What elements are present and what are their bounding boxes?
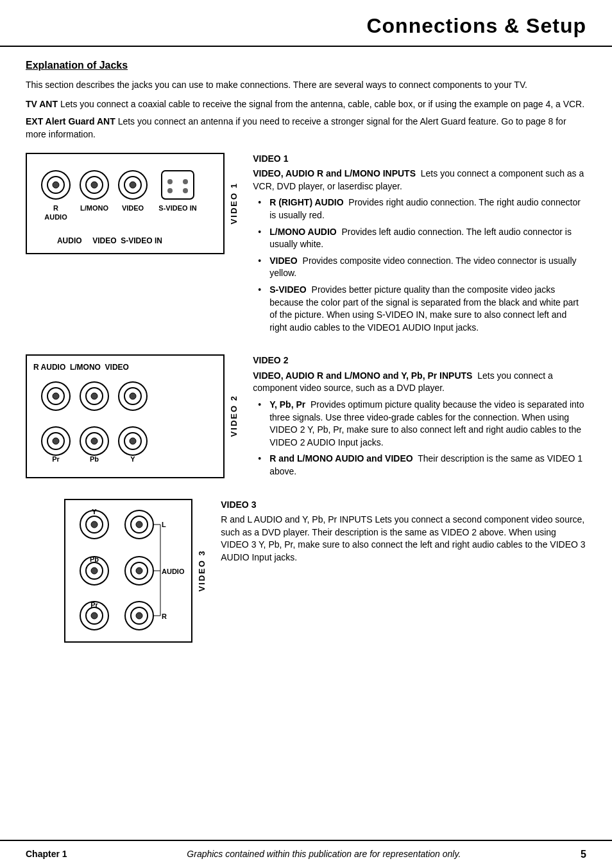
video1-b4-label: S-VIDEO: [269, 284, 307, 295]
svg-point-52: [91, 612, 98, 619]
video2-bullet-2: R and L/MONO AUDIO and VIDEO Their descr…: [258, 453, 586, 478]
video2-top-label: R AUDIO L/MONO VIDEO: [33, 362, 217, 373]
video1-vertical-label: VIDEO 1: [227, 153, 241, 254]
video1-heading: VIDEO 1: [253, 153, 586, 166]
svg-point-26: [53, 438, 59, 444]
section-title: Explanation of Jacks: [26, 58, 586, 73]
video1-bullet-2: L/MONO AUDIO Provides left audio connect…: [258, 226, 586, 251]
video1-section: R L/MONO VIDEO S-VIDEO IN AUDIO AUDIO VI…: [26, 153, 586, 340]
ext-alert-label: EXT Alert Guard ANT: [26, 116, 115, 126]
video1-bullet-4: S-VIDEO Provides better picture quality …: [258, 284, 586, 334]
svg-point-2: [53, 182, 59, 188]
video1-subheading: VIDEO, AUDIO R and L/MONO INPUTS Lets yo…: [253, 168, 586, 193]
video3-diagram: Y Pb: [64, 499, 192, 643]
page-header: Connections & Setup: [0, 0, 612, 47]
svg-text:R: R: [162, 612, 167, 620]
svg-text:L: L: [162, 521, 166, 528]
video3-text: VIDEO 3 R and L AUDIO and Y, Pb, Pr INPU…: [209, 499, 586, 564]
tv-ant-text: Lets you connect a coaxial cable to rece…: [60, 99, 584, 109]
svg-point-5: [91, 182, 98, 188]
video1-subheading-label: VIDEO, AUDIO R and L/MONO INPUTS: [253, 168, 416, 178]
video3-heading: VIDEO 3: [221, 499, 586, 512]
page-footer: Chapter 1 Graphics contained within this…: [0, 840, 612, 868]
video2-subheading-label: VIDEO, AUDIO R and L/MONO and Y, Pb, Pr …: [253, 370, 472, 381]
video1-bottom-label: AUDIO VIDEO S-VIDEO IN: [33, 236, 217, 247]
video1-b2-label: L/MONO AUDIO: [269, 227, 336, 237]
video2-vertical-label: VIDEO 2: [227, 354, 241, 478]
page-title: Connections & Setup: [26, 12, 586, 40]
intro-text: This section describes the jacks you can…: [26, 79, 586, 92]
video2-bullet-1: Y, Pb, Pr Provides optimum picture quali…: [258, 399, 586, 449]
video1-lmono-label: L/MONO: [80, 204, 108, 212]
svg-point-11: [183, 179, 188, 184]
video1-bullet-3: VIDEO Provides composite video connectio…: [258, 255, 586, 280]
svg-text:Y: Y: [92, 508, 97, 516]
svg-rect-9: [162, 171, 194, 199]
video1-video-label: VIDEO: [122, 204, 144, 212]
svg-point-49: [136, 568, 142, 574]
video3-vertical-label: VIDEO 3: [195, 499, 209, 643]
tv-ant-desc: TV ANT Lets you connect a coaxial cable …: [26, 98, 586, 111]
video2-diagram: R AUDIO L/MONO VIDEO: [26, 354, 225, 478]
video1-b3-label: VIDEO: [269, 256, 298, 266]
svg-point-8: [130, 182, 136, 188]
video2-subheading: VIDEO, AUDIO R and L/MONO and Y, Pb, Pr …: [253, 370, 586, 395]
svg-point-29: [91, 438, 98, 444]
video2-section: R AUDIO L/MONO VIDEO: [26, 354, 586, 483]
video1-bullet-1: R (RIGHT) AUDIO Provides right audio con…: [258, 196, 586, 221]
video1-diagram: R L/MONO VIDEO S-VIDEO IN AUDIO AUDIO VI…: [26, 153, 225, 254]
tv-ant-label: TV ANT: [26, 99, 58, 109]
svg-text:Pb: Pb: [90, 555, 99, 563]
video2-diagram-wrapper: R AUDIO L/MONO VIDEO: [26, 354, 241, 478]
video3-section: Y Pb: [26, 499, 586, 643]
svg-text:Pr: Pr: [90, 601, 98, 609]
video2-svg: Pr Pb Y: [33, 377, 219, 467]
svg-point-56: [136, 612, 142, 619]
footer-disclaimer: Graphics contained within this publicati…: [67, 848, 581, 861]
footer-left: Chapter 1: [26, 848, 67, 861]
video1-r-label: R: [53, 204, 58, 212]
video1-text: VIDEO 1 VIDEO, AUDIO R and L/MONO INPUTS…: [241, 153, 586, 340]
svg-text:Pr: Pr: [52, 455, 60, 463]
svg-point-38: [91, 521, 98, 528]
svg-point-12: [167, 188, 173, 193]
svg-text:AUDIO: AUDIO: [44, 213, 67, 221]
svg-point-23: [130, 393, 136, 399]
chapter-number: 1: [62, 849, 67, 859]
video1-bullets: R (RIGHT) AUDIO Provides right audio con…: [253, 196, 586, 334]
chapter-label: Chapter: [26, 849, 60, 859]
svg-point-13: [183, 188, 188, 193]
video1-b1-label: R (RIGHT) AUDIO: [269, 197, 343, 207]
video2-b2-label: R and L/MONO AUDIO and VIDEO: [269, 453, 413, 464]
svg-text:Y: Y: [130, 455, 135, 463]
svg-point-42: [136, 521, 142, 528]
svg-point-17: [53, 393, 59, 399]
video1-diagram-wrapper: R L/MONO VIDEO S-VIDEO IN AUDIO AUDIO VI…: [26, 153, 241, 254]
video2-bullets: Y, Pb, Pr Provides optimum picture quali…: [253, 399, 586, 478]
ext-alert-desc: EXT Alert Guard ANT Lets you connect an …: [26, 116, 586, 141]
video1-svideo-label: S-VIDEO IN: [158, 204, 196, 212]
video3-svg: Y Pb: [72, 507, 191, 632]
svg-point-45: [91, 568, 98, 574]
svg-text:AUDIO: AUDIO: [162, 568, 185, 575]
svg-text:Pb: Pb: [90, 455, 99, 463]
video2-text: VIDEO 2 VIDEO, AUDIO R and L/MONO and Y,…: [241, 354, 586, 483]
video1-svg: R L/MONO VIDEO S-VIDEO IN AUDIO: [33, 161, 219, 238]
video2-b1-label: Y, Pb, Pr: [269, 399, 305, 410]
video3-body: R and L AUDIO and Y, Pb, Pr INPUTS Lets …: [221, 514, 586, 564]
main-content: Explanation of Jacks This section descri…: [0, 58, 612, 699]
video3-diagram-wrapper: Y Pb: [64, 499, 209, 643]
svg-point-10: [167, 179, 173, 184]
page-number: 5: [581, 847, 586, 862]
svg-point-20: [91, 393, 98, 399]
svg-point-32: [130, 438, 136, 444]
video2-heading: VIDEO 2: [253, 354, 586, 367]
